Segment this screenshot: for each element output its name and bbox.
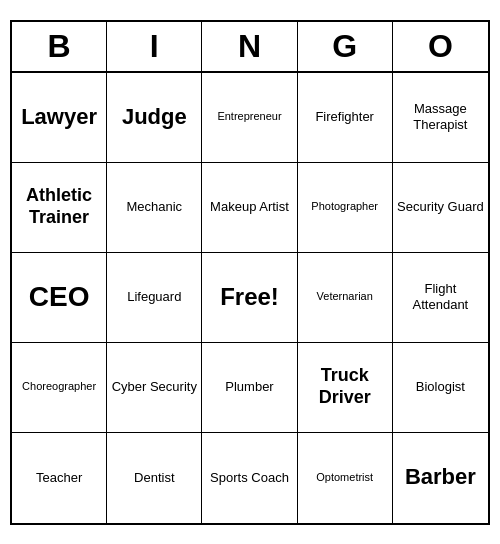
cell-label: Plumber [225,379,273,395]
bingo-cell: Choreographer [12,343,107,433]
cell-label: Truck Driver [302,365,388,408]
bingo-cell: Judge [107,73,202,163]
cell-label: CEO [29,280,90,314]
cell-label: Barber [405,464,476,490]
bingo-cell: Dentist [107,433,202,523]
cell-label: Dentist [134,470,174,486]
cell-label: Massage Therapist [397,101,484,132]
bingo-cell: Lifeguard [107,253,202,343]
bingo-cell: Plumber [202,343,297,433]
cell-label: Teacher [36,470,82,486]
cell-label: Lawyer [21,104,97,130]
bingo-grid: LawyerJudgeEntrepreneurFirefighterMassag… [12,73,488,523]
cell-label: Flight Attendant [397,281,484,312]
bingo-header: BINGO [12,22,488,73]
header-letter: B [12,22,107,71]
bingo-card: BINGO LawyerJudgeEntrepreneurFirefighter… [10,20,490,525]
cell-label: Biologist [416,379,465,395]
bingo-cell: Truck Driver [298,343,393,433]
cell-label: Entrepreneur [217,110,281,123]
bingo-cell: Photographer [298,163,393,253]
bingo-cell: Massage Therapist [393,73,488,163]
header-letter: G [298,22,393,71]
bingo-cell: Sports Coach [202,433,297,523]
cell-label: Security Guard [397,199,484,215]
bingo-cell: Free! [202,253,297,343]
cell-label: Free! [220,283,279,312]
bingo-cell: Athletic Trainer [12,163,107,253]
cell-label: Judge [122,104,187,130]
cell-label: Photographer [311,200,378,213]
bingo-cell: Flight Attendant [393,253,488,343]
header-letter: O [393,22,488,71]
cell-label: Cyber Security [112,379,197,395]
bingo-cell: Firefighter [298,73,393,163]
cell-label: Makeup Artist [210,199,289,215]
cell-label: Optometrist [316,471,373,484]
bingo-cell: Entrepreneur [202,73,297,163]
cell-label: Sports Coach [210,470,289,486]
bingo-cell: Teacher [12,433,107,523]
cell-label: Athletic Trainer [16,185,102,228]
bingo-cell: Cyber Security [107,343,202,433]
cell-label: Lifeguard [127,289,181,305]
bingo-cell: Biologist [393,343,488,433]
cell-label: Firefighter [315,109,374,125]
bingo-cell: Optometrist [298,433,393,523]
bingo-cell: Veternarian [298,253,393,343]
cell-label: Choreographer [22,380,96,393]
bingo-cell: CEO [12,253,107,343]
bingo-cell: Mechanic [107,163,202,253]
cell-label: Mechanic [126,199,182,215]
bingo-cell: Lawyer [12,73,107,163]
header-letter: N [202,22,297,71]
bingo-cell: Barber [393,433,488,523]
header-letter: I [107,22,202,71]
cell-label: Veternarian [317,290,373,303]
bingo-cell: Makeup Artist [202,163,297,253]
bingo-cell: Security Guard [393,163,488,253]
